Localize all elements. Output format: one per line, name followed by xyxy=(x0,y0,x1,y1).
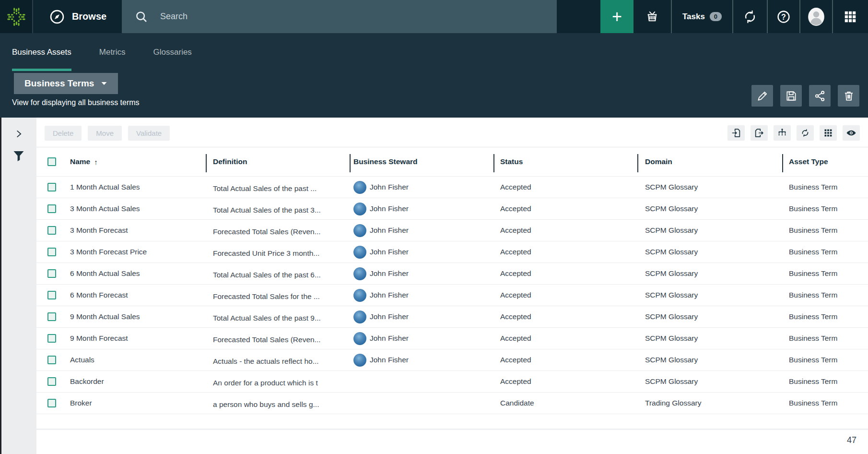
delete-button[interactable]: Delete xyxy=(45,126,82,141)
refresh-button[interactable] xyxy=(797,125,814,141)
view-tools xyxy=(727,125,860,141)
steward-avatar xyxy=(353,289,366,302)
app-logo[interactable] xyxy=(0,0,33,33)
row-checkbox[interactable] xyxy=(47,377,56,386)
global-search-input[interactable]: Search xyxy=(122,0,557,33)
asset-name-link[interactable]: 6 Month Actual Sales xyxy=(60,269,206,278)
asset-name-link[interactable]: 3 Month Forecast Price xyxy=(60,248,206,256)
collibra-logo-icon xyxy=(6,7,26,27)
domain-cell[interactable]: SCPM Glossary xyxy=(637,312,782,321)
basket-button[interactable] xyxy=(633,0,671,33)
domain-cell[interactable]: SCPM Glossary xyxy=(637,269,782,278)
tasks-button[interactable]: Tasks 0 xyxy=(671,0,732,33)
domain-cell[interactable]: SCPM Glossary xyxy=(637,291,782,299)
edit-view-button[interactable] xyxy=(751,85,773,107)
steward-cell: John Fisher xyxy=(350,332,493,345)
import-button[interactable] xyxy=(727,125,745,141)
share-view-button[interactable] xyxy=(809,85,831,107)
tab-business-assets[interactable]: Business Assets xyxy=(12,33,71,71)
domain-cell[interactable]: SCPM Glossary xyxy=(637,183,782,191)
steward-avatar xyxy=(353,354,366,367)
asset-name-link[interactable]: 3 Month Actual Sales xyxy=(60,204,206,213)
row-checkbox[interactable] xyxy=(47,204,56,213)
column-header-definition[interactable]: Definition xyxy=(206,157,350,166)
tab-metrics[interactable]: Metrics xyxy=(99,33,126,71)
domain-cell[interactable]: SCPM Glossary xyxy=(637,356,782,364)
avatar xyxy=(806,6,827,28)
steward-name-link[interactable]: John Fisher xyxy=(370,183,409,191)
tree-view-button[interactable] xyxy=(774,125,791,141)
asset-type-cell: Business Term xyxy=(782,248,868,256)
validate-button[interactable]: Validate xyxy=(128,126,170,141)
asset-type-cell: Business Term xyxy=(782,291,868,299)
move-button[interactable]: Move xyxy=(88,126,122,141)
domain-cell[interactable]: SCPM Glossary xyxy=(637,334,782,343)
create-asset-button[interactable]: + xyxy=(600,0,633,33)
select-all-checkbox[interactable] xyxy=(47,157,56,166)
preview-button[interactable] xyxy=(843,125,860,141)
steward-name-link[interactable]: John Fisher xyxy=(370,269,409,278)
table-toolbar: Delete Move Validate xyxy=(36,118,868,147)
steward-avatar xyxy=(353,332,366,345)
row-checkbox[interactable] xyxy=(47,269,56,278)
row-checkbox[interactable] xyxy=(47,248,56,256)
row-checkbox[interactable] xyxy=(47,183,56,191)
column-header-status[interactable]: Status xyxy=(493,157,637,166)
view-subtitle: View for displaying all business terms xyxy=(12,98,140,107)
domain-cell[interactable]: Trading Glossary xyxy=(637,399,782,407)
column-header-asset-type[interactable]: Asset Type xyxy=(782,157,868,166)
expand-sidebar-button[interactable] xyxy=(14,129,23,139)
steward-name-link[interactable]: John Fisher xyxy=(370,291,409,299)
tab-glossaries[interactable]: Glossaries xyxy=(153,33,192,71)
steward-name-link[interactable]: John Fisher xyxy=(370,334,409,343)
asset-name-link[interactable]: Actuals xyxy=(60,356,206,364)
domain-cell[interactable]: SCPM Glossary xyxy=(637,204,782,213)
delete-view-button[interactable] xyxy=(838,85,859,107)
asset-name-link[interactable]: 6 Month Forecast xyxy=(60,291,206,299)
columns-grid-button[interactable] xyxy=(820,125,837,141)
asset-name-link[interactable]: Backorder xyxy=(60,377,206,386)
column-header-name[interactable]: Name ↑ xyxy=(60,157,206,166)
domain-cell[interactable]: SCPM Glossary xyxy=(637,248,782,256)
definition-cell: Total Actual Sales of the past ... xyxy=(206,184,350,193)
tasks-label: Tasks xyxy=(682,12,705,22)
app-window: Browse Search + Tasks xyxy=(0,0,868,454)
export-button[interactable] xyxy=(751,125,768,141)
row-checkbox[interactable] xyxy=(47,356,56,364)
asset-name-link[interactable]: 1 Month Actual Sales xyxy=(60,183,206,191)
column-header-domain[interactable]: Domain xyxy=(637,157,782,166)
view-selector-button[interactable]: Business Terms xyxy=(14,73,118,94)
domain-cell[interactable]: SCPM Glossary xyxy=(637,377,782,386)
row-checkbox[interactable] xyxy=(47,312,56,321)
filter-icon[interactable] xyxy=(12,149,25,163)
steward-name-link[interactable]: John Fisher xyxy=(370,312,409,321)
user-avatar-button[interactable] xyxy=(799,0,832,33)
asset-name-link[interactable]: 9 Month Actual Sales xyxy=(60,312,206,321)
row-checkbox[interactable] xyxy=(47,226,56,235)
table-row: 6 Month Actual Sales Total Actual Sales … xyxy=(36,263,868,285)
asset-name-link[interactable]: Broker xyxy=(60,399,206,407)
bulk-actions: Delete Move Validate xyxy=(45,126,170,141)
sync-button[interactable] xyxy=(732,0,767,33)
steward-name-link[interactable]: John Fisher xyxy=(370,204,409,213)
row-checkbox[interactable] xyxy=(47,399,56,407)
section-tabbar: Business Assets Metrics Glossaries xyxy=(0,33,868,71)
pencil-icon xyxy=(756,90,769,102)
browse-menu[interactable]: Browse xyxy=(33,0,122,33)
help-button[interactable]: ? xyxy=(767,0,799,33)
steward-cell: John Fisher xyxy=(350,246,493,259)
column-header-steward[interactable]: Business Steward xyxy=(350,157,493,166)
domain-cell[interactable]: SCPM Glossary xyxy=(637,226,782,235)
table-header-row: Name ↑ Definition Business Steward Statu… xyxy=(36,147,868,177)
row-checkbox[interactable] xyxy=(47,334,56,343)
apps-menu-button[interactable] xyxy=(832,0,867,33)
sort-asc-icon[interactable]: ↑ xyxy=(94,158,98,166)
steward-name-link[interactable]: John Fisher xyxy=(370,226,409,235)
row-checkbox[interactable] xyxy=(47,291,56,299)
save-view-button[interactable] xyxy=(780,85,802,107)
steward-name-link[interactable]: John Fisher xyxy=(370,248,409,256)
steward-cell: John Fisher xyxy=(350,267,493,280)
asset-name-link[interactable]: 9 Month Forecast xyxy=(60,334,206,343)
asset-name-link[interactable]: 3 Month Forecast xyxy=(60,226,206,235)
steward-name-link[interactable]: John Fisher xyxy=(370,356,409,364)
